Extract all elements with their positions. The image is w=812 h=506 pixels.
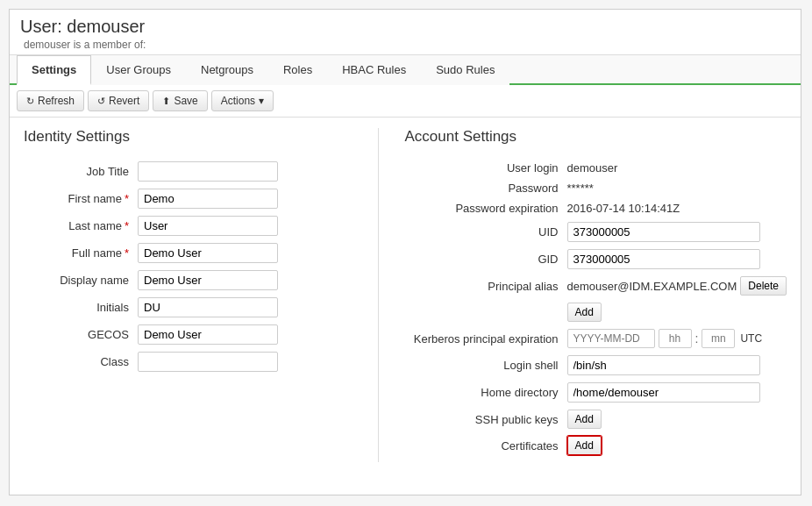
section-divider	[378, 128, 379, 462]
account-title: Account Settings	[405, 128, 787, 149]
certificates-row: Certificates Add	[405, 436, 787, 455]
add-alias-row: Add	[567, 303, 787, 322]
full-name-input[interactable]	[138, 243, 278, 263]
last-name-label: Last name*	[24, 219, 138, 232]
last-name-row: Last name*	[24, 216, 352, 236]
tab-user-groups[interactable]: User Groups	[91, 55, 186, 85]
save-button[interactable]: ⬆ Save	[153, 90, 207, 111]
required-star: *	[125, 246, 129, 260]
class-input[interactable]	[138, 352, 278, 372]
principal-alias-value: demouser@IDM.EXAMPLE.COM	[567, 280, 737, 293]
home-directory-row: Home directory	[405, 382, 787, 403]
tab-netgroups[interactable]: Netgroups	[186, 55, 268, 85]
password-row: Password ******	[405, 182, 787, 195]
save-icon: ⬆	[162, 96, 170, 107]
chevron-down-icon: ▾	[259, 95, 264, 107]
kerberos-separator: :	[695, 331, 699, 346]
principal-alias-label: Principal alias	[405, 280, 567, 293]
initials-input[interactable]	[138, 297, 278, 317]
add-ssh-key-button[interactable]: Add	[567, 410, 602, 429]
gid-row: GID	[405, 249, 787, 269]
identity-title: Identity Settings	[24, 128, 352, 149]
add-alias-button[interactable]: Add	[567, 303, 602, 322]
job-title-input[interactable]	[138, 161, 278, 182]
first-name-input[interactable]	[138, 189, 278, 209]
revert-button[interactable]: ↺ Revert	[88, 90, 149, 111]
first-name-label: First name*	[24, 192, 138, 205]
gid-label: GID	[405, 253, 567, 266]
required-star: *	[125, 192, 129, 205]
user-login-label: User login	[405, 161, 567, 175]
display-name-label: Display name	[24, 274, 138, 287]
utc-label: UTC	[740, 332, 762, 345]
user-login-row: User login demouser	[405, 161, 787, 175]
password-expiration-row: Password expiration 2016-07-14 10:14:41Z	[405, 202, 787, 215]
alias-row: demouser@IDM.EXAMPLE.COM Delete	[567, 276, 787, 296]
uid-row: UID	[405, 222, 787, 242]
tab-roles[interactable]: Roles	[268, 55, 327, 85]
tab-settings[interactable]: Settings	[17, 55, 91, 85]
account-section: Account Settings User login demouser Pas…	[405, 128, 787, 462]
identity-section: Identity Settings Job Title First name* …	[24, 128, 352, 462]
login-shell-label: Login shell	[405, 359, 567, 372]
password-expiration-value: 2016-07-14 10:14:41Z	[567, 202, 680, 215]
gecos-row: GECOS	[24, 324, 352, 345]
kerberos-inputs: : UTC	[567, 329, 763, 348]
kerberos-expiration-label: Kerberos principal expiration	[405, 332, 567, 346]
full-name-label: Full name*	[24, 246, 138, 260]
gecos-input[interactable]	[138, 324, 278, 345]
tab-sudo-rules[interactable]: Sudo Rules	[421, 55, 509, 85]
job-title-label: Job Title	[24, 165, 138, 178]
login-shell-input[interactable]	[567, 355, 760, 375]
page-wrapper: User: demouser demouser is a member of: …	[9, 9, 801, 495]
content-area: Identity Settings Job Title First name* …	[10, 118, 801, 473]
toolbar: ↻ Refresh ↺ Revert ⬆ Save Actions ▾	[10, 85, 801, 118]
delete-alias-button[interactable]: Delete	[740, 276, 787, 296]
tab-hbac-rules[interactable]: HBAC Rules	[327, 55, 421, 85]
refresh-icon: ↻	[26, 96, 34, 107]
refresh-button[interactable]: ↻ Refresh	[17, 90, 84, 111]
kerberos-hh-input[interactable]	[659, 329, 692, 348]
tabs-bar: Settings User Groups Netgroups Roles HBA…	[10, 55, 801, 85]
initials-row: Initials	[24, 297, 352, 317]
kerberos-expiration-row: Kerberos principal expiration : UTC	[405, 329, 787, 348]
user-login-value: demouser	[567, 161, 618, 175]
class-label: Class	[24, 355, 138, 368]
uid-label: UID	[405, 225, 567, 239]
gid-input[interactable]	[567, 249, 760, 269]
required-star: *	[125, 219, 129, 232]
ssh-keys-label: SSH public keys	[405, 413, 567, 426]
gecos-label: GECOS	[24, 328, 138, 341]
class-row: Class	[24, 352, 352, 372]
display-name-row: Display name	[24, 270, 352, 290]
kerberos-mn-input[interactable]	[702, 329, 735, 348]
page-subtitle: demouser is a member of:	[24, 39, 790, 51]
kerberos-date-input[interactable]	[567, 329, 655, 348]
initials-label: Initials	[24, 301, 138, 314]
password-value: ******	[567, 182, 594, 195]
revert-icon: ↺	[97, 96, 105, 107]
login-shell-row: Login shell	[405, 355, 787, 375]
add-certificate-button[interactable]: Add	[567, 436, 602, 455]
page-title: User: demouser	[20, 17, 790, 37]
job-title-row: Job Title	[24, 161, 352, 182]
ssh-keys-row: SSH public keys Add	[405, 410, 787, 429]
password-label: Password	[405, 182, 567, 195]
display-name-input[interactable]	[138, 270, 278, 290]
principal-alias-row: Principal alias demouser@IDM.EXAMPLE.COM…	[405, 276, 787, 296]
full-name-row: Full name*	[24, 243, 352, 263]
home-directory-label: Home directory	[405, 386, 567, 399]
uid-input[interactable]	[567, 222, 760, 242]
first-name-row: First name*	[24, 189, 352, 209]
certificates-label: Certificates	[405, 439, 567, 453]
home-directory-input[interactable]	[567, 382, 760, 403]
actions-button[interactable]: Actions ▾	[211, 90, 274, 111]
password-expiration-label: Password expiration	[405, 202, 567, 215]
page-header: User: demouser demouser is a member of:	[10, 10, 801, 55]
last-name-input[interactable]	[138, 216, 278, 236]
